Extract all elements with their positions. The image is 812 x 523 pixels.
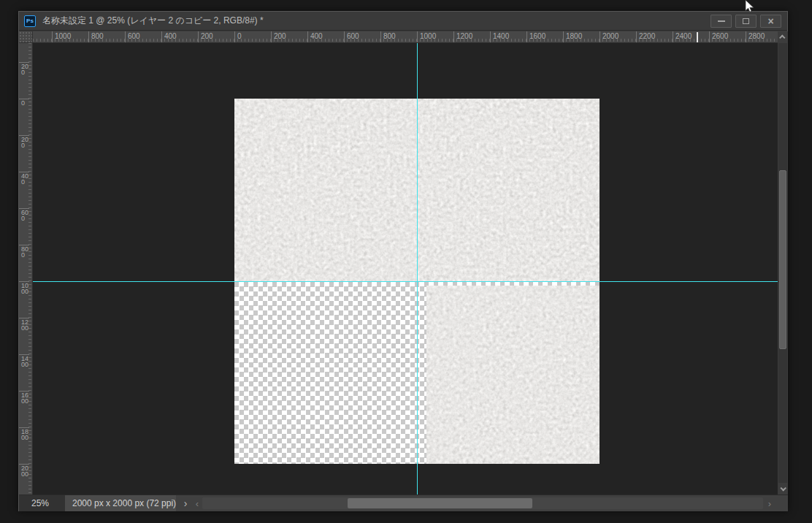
ruler-label: 1800 bbox=[19, 427, 29, 440]
ruler-label: 1400 bbox=[490, 31, 509, 43]
ruler-label: 1600 bbox=[19, 391, 29, 404]
title-bar[interactable]: Ps 名称未設定 1 @ 25% (レイヤー 2 のコピー 2, RGB/8#)… bbox=[19, 12, 787, 31]
ruler-label: 800 bbox=[380, 31, 396, 43]
vertical-scrollbar-thumb[interactable] bbox=[779, 170, 786, 349]
ruler-label: 400 bbox=[161, 31, 177, 43]
scroll-left-button[interactable]: ‹ bbox=[192, 495, 202, 511]
ruler-label: 2800 bbox=[746, 31, 765, 43]
ruler-label: 600 bbox=[125, 31, 140, 43]
ruler-label: 400 bbox=[307, 31, 323, 43]
ruler-label: 1000 bbox=[52, 31, 71, 43]
ruler-label: 2400 bbox=[673, 31, 692, 43]
ruler-label: 400 bbox=[19, 172, 29, 185]
document-info-panel[interactable]: 2000 px x 2000 px (72 ppi) bbox=[65, 495, 176, 511]
ruler-label: 0 bbox=[234, 31, 242, 43]
ruler-label: 2200 bbox=[636, 31, 655, 43]
vertical-scrollbar[interactable] bbox=[778, 31, 788, 495]
ruler-minor-ticks bbox=[33, 39, 778, 42]
close-icon: × bbox=[767, 16, 773, 26]
ruler-label: 200 bbox=[271, 31, 286, 43]
ruler-label: 1000 bbox=[417, 31, 436, 43]
ruler-label: 1800 bbox=[563, 31, 582, 43]
ruler-label: 800 bbox=[88, 31, 104, 43]
ruler-label: 1600 bbox=[526, 31, 545, 43]
ruler-label: 1200 bbox=[453, 31, 472, 43]
ruler-label: 2600 bbox=[709, 31, 728, 43]
status-bar: 25% 2000 px x 2000 px (72 ppi) › ‹ › bbox=[19, 495, 788, 511]
ruler-label: 1000 bbox=[19, 281, 29, 294]
ruler-label: 600 bbox=[344, 31, 359, 43]
ruler-label: 200 bbox=[19, 135, 29, 148]
ruler-label: 2000 bbox=[600, 31, 618, 43]
photoshop-file-icon: Ps bbox=[24, 15, 36, 27]
horizontal-guide[interactable] bbox=[33, 281, 778, 282]
vertical-scrollbar-track[interactable] bbox=[778, 43, 787, 483]
minimize-icon bbox=[718, 20, 725, 22]
horizontal-scrollbar-track[interactable] bbox=[202, 497, 763, 509]
ruler-cursor-indicator bbox=[697, 32, 698, 42]
status-expand-chevron[interactable]: › bbox=[180, 495, 191, 511]
ruler-label: 200 bbox=[198, 31, 213, 43]
screen: Ps 名称未設定 1 @ 25% (レイヤー 2 のコピー 2, RGB/8#)… bbox=[0, 0, 812, 523]
window-controls: × bbox=[710, 15, 781, 28]
ruler-label: 1200 bbox=[19, 318, 29, 331]
chevron-up-icon bbox=[779, 34, 785, 40]
ruler-label: 2000 bbox=[19, 464, 29, 477]
minimize-button[interactable] bbox=[710, 15, 732, 28]
horizontal-scrollbar-thumb[interactable] bbox=[348, 498, 532, 508]
ruler-label: 1400 bbox=[19, 354, 29, 367]
zoom-level-field[interactable]: 25% bbox=[19, 495, 65, 511]
ruler-label: 600 bbox=[19, 208, 29, 221]
scroll-down-button[interactable] bbox=[778, 483, 788, 495]
ruler-label: 800 bbox=[19, 245, 29, 258]
vertical-guide[interactable] bbox=[417, 43, 418, 495]
maximize-button[interactable] bbox=[735, 15, 757, 28]
maximize-icon bbox=[743, 18, 749, 24]
ruler-origin-box[interactable] bbox=[19, 31, 33, 43]
photoshop-document-window: Ps 名称未設定 1 @ 25% (レイヤー 2 のコピー 2, RGB/8#)… bbox=[18, 11, 788, 511]
close-button[interactable]: × bbox=[760, 15, 781, 28]
ruler-label: 200 bbox=[19, 62, 29, 75]
chevron-down-icon bbox=[780, 485, 786, 491]
scroll-up-button[interactable] bbox=[778, 31, 788, 43]
canvas-viewport[interactable] bbox=[33, 43, 778, 495]
vertical-ruler[interactable]: 2000200400600800100012001400160018002000 bbox=[19, 43, 33, 495]
mouse-cursor bbox=[745, 0, 757, 13]
paper-texture-layer-bottom-right bbox=[426, 286, 600, 464]
horizontal-ruler[interactable]: 1000800600400200020040060080010001200140… bbox=[33, 31, 778, 43]
ruler-label: 0 bbox=[19, 99, 29, 106]
window-title: 名称未設定 1 @ 25% (レイヤー 2 のコピー 2, RGB/8#) * bbox=[42, 15, 264, 27]
scroll-right-button[interactable]: › bbox=[765, 495, 775, 511]
